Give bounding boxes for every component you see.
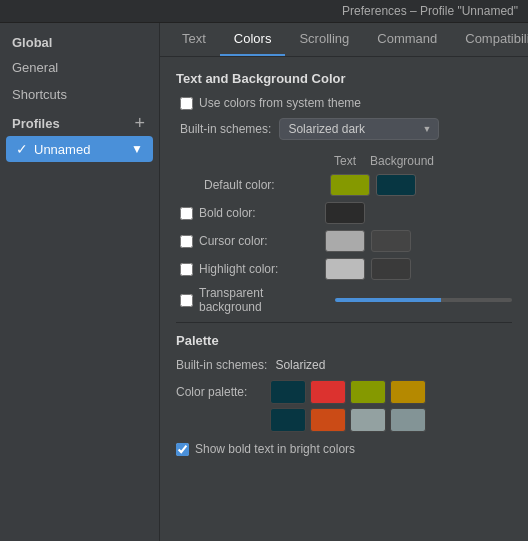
highlight-bg-swatch[interactable] <box>371 258 411 280</box>
palette-swatch-2-3[interactable] <box>350 408 386 432</box>
bold-text-row: Show bold text in bright colors <box>176 442 512 456</box>
highlight-color-row: Highlight color: <box>176 258 512 280</box>
chevron-down-icon: ▼ <box>131 142 143 156</box>
color-col-headers: Text Background <box>176 154 512 168</box>
palette-swatch-2-2[interactable] <box>310 408 346 432</box>
titlebar-text: Preferences – Profile "Unnamed" <box>342 4 518 18</box>
show-bold-label: Show bold text in bright colors <box>195 442 355 456</box>
palette-swatch-1-1[interactable] <box>270 380 306 404</box>
profile-name: Unnamed <box>34 142 90 157</box>
palette-swatch-2-4[interactable] <box>390 408 426 432</box>
text-bg-section-title: Text and Background Color <box>176 71 512 86</box>
palette-swatch-2-1[interactable] <box>270 408 306 432</box>
global-section-label: Global <box>0 29 159 54</box>
bold-text-swatch[interactable] <box>325 202 365 224</box>
palette-swatch-1-3[interactable] <box>350 380 386 404</box>
default-bg-swatch[interactable] <box>376 174 416 196</box>
col-header-background: Background <box>370 154 420 168</box>
tab-text[interactable]: Text <box>168 23 220 56</box>
cursor-color-checkbox[interactable] <box>180 235 193 248</box>
palette-row-2 <box>176 408 512 432</box>
tab-compatibility[interactable]: Compatibility <box>451 23 528 56</box>
use-system-colors-checkbox[interactable] <box>180 97 193 110</box>
profile-check-icon: ✓ <box>16 141 28 157</box>
content-area: Text Colors Scrolling Command Compatibil… <box>160 23 528 541</box>
cursor-color-label: Cursor color: <box>199 234 319 248</box>
default-color-label: Default color: <box>204 178 324 192</box>
use-system-colors-row: Use colors from system theme <box>176 96 512 110</box>
cursor-text-swatch[interactable] <box>325 230 365 252</box>
palette-builtin-label: Built-in schemes: <box>176 358 267 372</box>
profile-item-unnamed[interactable]: ✓ Unnamed ▼ <box>6 136 153 162</box>
bold-color-checkbox[interactable] <box>180 207 193 220</box>
use-system-colors-label: Use colors from system theme <box>199 96 361 110</box>
divider <box>176 322 512 323</box>
transparent-bg-checkbox[interactable] <box>180 294 193 307</box>
palette-section: Palette Built-in schemes: Solarized Colo… <box>176 333 512 456</box>
palette-title: Palette <box>176 333 512 348</box>
bold-color-row: Bold color: <box>176 202 512 224</box>
builtin-schemes-label: Built-in schemes: <box>180 122 271 136</box>
tabs-bar: Text Colors Scrolling Command Compatibil… <box>160 23 528 57</box>
scheme-select-wrapper: Solarized dark Solarized light Custom <box>279 118 439 140</box>
highlight-color-label: Highlight color: <box>199 262 319 276</box>
default-text-swatch[interactable] <box>330 174 370 196</box>
sidebar-item-general[interactable]: General <box>0 54 159 81</box>
tab-scrolling[interactable]: Scrolling <box>285 23 363 56</box>
cursor-color-row: Cursor color: <box>176 230 512 252</box>
builtin-schemes-select[interactable]: Solarized dark Solarized light Custom <box>279 118 439 140</box>
builtin-schemes-row: Built-in schemes: Solarized dark Solariz… <box>176 118 512 140</box>
profiles-header: Profiles + <box>0 108 159 136</box>
palette-swatch-1-2[interactable] <box>310 380 346 404</box>
default-color-row: Default color: <box>176 174 512 196</box>
cursor-bg-swatch[interactable] <box>371 230 411 252</box>
palette-row-1: Color palette: <box>176 380 512 404</box>
sidebar-item-shortcuts[interactable]: Shortcuts <box>0 81 159 108</box>
show-bold-checkbox[interactable] <box>176 443 189 456</box>
highlight-color-checkbox[interactable] <box>180 263 193 276</box>
colors-panel: Text and Background Color Use colors fro… <box>160 57 528 541</box>
tab-colors[interactable]: Colors <box>220 23 286 56</box>
tab-command[interactable]: Command <box>363 23 451 56</box>
palette-color-label: Color palette: <box>176 385 266 399</box>
transparent-bg-label: Transparent background <box>199 286 329 314</box>
highlight-text-swatch[interactable] <box>325 258 365 280</box>
profiles-label: Profiles <box>12 116 60 131</box>
col-header-text: Text <box>320 154 370 168</box>
bold-color-label: Bold color: <box>199 206 319 220</box>
add-profile-button[interactable]: + <box>132 114 147 132</box>
sidebar: Global General Shortcuts Profiles + ✓ Un… <box>0 23 160 541</box>
palette-scheme-row: Built-in schemes: Solarized <box>176 358 512 372</box>
palette-swatch-1-4[interactable] <box>390 380 426 404</box>
titlebar: Preferences – Profile "Unnamed" <box>0 0 528 23</box>
transparent-bg-row: Transparent background <box>176 286 512 314</box>
transparency-slider[interactable] <box>335 298 512 302</box>
palette-builtin-value: Solarized <box>275 358 325 372</box>
